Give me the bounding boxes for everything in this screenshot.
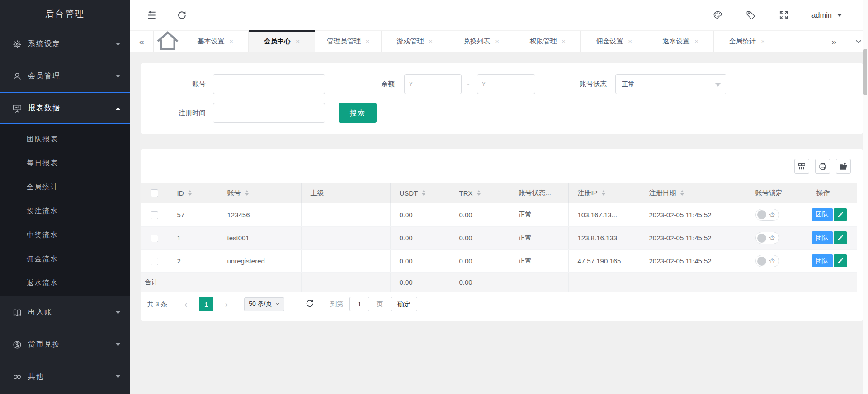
sidebar-subitem-2[interactable]: 全局统计 <box>0 175 130 199</box>
user-menu[interactable]: admin <box>811 11 842 19</box>
team-button[interactable]: 团队 <box>812 231 833 244</box>
tab-close-icon[interactable]: × <box>761 38 764 45</box>
row-checkbox[interactable] <box>151 235 158 242</box>
column-header-ip[interactable]: 注册IP <box>568 183 640 203</box>
cell-usdt: 0.00 <box>390 249 450 272</box>
select-caret-icon <box>715 83 721 87</box>
sidebar-item-5[interactable]: 其他 <box>0 361 130 393</box>
sidebar-subitem-4[interactable]: 中奖流水 <box>0 223 130 247</box>
sidebar-item-0[interactable]: 系统设定 <box>0 28 130 60</box>
lock-toggle[interactable]: 否 <box>755 255 780 267</box>
cell-account: test001 <box>218 226 301 249</box>
tab-close-icon[interactable]: × <box>561 38 565 45</box>
goto-page-input[interactable] <box>349 297 369 311</box>
tab-close-icon[interactable]: × <box>694 38 698 45</box>
tab-close-icon[interactable]: × <box>429 38 432 45</box>
tab-1[interactable]: 会员中心× <box>249 31 315 52</box>
edit-button[interactable] <box>834 254 847 267</box>
table-toolbar <box>794 159 851 174</box>
print-icon[interactable] <box>815 159 830 174</box>
sort-icon[interactable] <box>477 190 481 196</box>
refresh-page-icon[interactable] <box>177 10 187 20</box>
select-all-checkbox[interactable] <box>151 189 158 197</box>
sidebar-subitem-6[interactable]: 返水流水 <box>0 271 130 295</box>
sidebar-subitem-1[interactable]: 每日报表 <box>0 151 130 175</box>
tab-3[interactable]: 游戏管理× <box>382 31 448 52</box>
tab-5[interactable]: 权限管理× <box>514 31 581 52</box>
column-header-date[interactable]: 注册日期 <box>640 183 746 203</box>
sidebar-subitem-3[interactable]: 投注流水 <box>0 199 130 223</box>
sort-icon[interactable] <box>602 190 605 196</box>
account-input[interactable] <box>213 74 325 94</box>
tab-4[interactable]: 兑换列表× <box>448 31 514 52</box>
sidebar-item-4[interactable]: 货币兑换 <box>0 328 130 361</box>
page-number-button[interactable]: 1 <box>199 297 213 311</box>
tabs-scroll-right-button[interactable]: » <box>819 31 849 52</box>
edit-button[interactable] <box>834 208 847 221</box>
tab-7[interactable]: 返水设置× <box>647 31 714 52</box>
tag-icon[interactable] <box>745 10 756 20</box>
tab-6[interactable]: 佣金设置× <box>581 31 647 52</box>
scrollbar-thumb[interactable] <box>863 49 867 95</box>
sort-icon[interactable] <box>422 190 425 196</box>
export-icon[interactable] <box>836 159 851 174</box>
row-checkbox[interactable] <box>151 211 158 219</box>
balance-max-input[interactable] <box>488 80 530 88</box>
column-header-content: USDT <box>400 189 426 197</box>
cell-trx: 0.00 <box>450 203 509 226</box>
main-area: admin « 基本设置×会员中心×管理员管理×游戏管理×兑换列表×权限管理×佣… <box>130 0 868 394</box>
status-select[interactable]: 正常 <box>615 74 726 94</box>
column-header-usdt[interactable]: USDT <box>390 183 450 203</box>
sidebar-item-2[interactable]: 报表数据 <box>0 92 130 124</box>
balance-min-input[interactable] <box>415 80 457 88</box>
prev-page-icon[interactable]: ‹ <box>179 299 193 310</box>
column-header-id[interactable]: ID <box>168 183 218 203</box>
regtime-input[interactable] <box>213 103 325 123</box>
cell-id: 2 <box>168 249 218 272</box>
theme-palette-icon[interactable] <box>712 10 723 20</box>
column-header-account[interactable]: 账号 <box>218 183 301 203</box>
sort-icon[interactable] <box>188 190 192 196</box>
table-row-1: 1test0010.000.00正常123.8.16.1332023-02-05… <box>141 226 857 249</box>
tab-close-icon[interactable]: × <box>229 38 233 45</box>
tab-close-icon[interactable]: × <box>296 38 299 45</box>
cell-actions: 团队 <box>807 249 857 272</box>
tab-close-icon[interactable]: × <box>628 38 632 45</box>
tab-0[interactable]: 基本设置× <box>182 31 249 52</box>
content: 账号 余额 ¥ - ¥ 账号状态 正常 注册时间 <box>130 52 868 394</box>
next-page-icon[interactable]: › <box>220 299 233 310</box>
sidebar-item-3[interactable]: 出入账 <box>0 296 130 328</box>
confirm-button[interactable]: 确定 <box>391 297 417 311</box>
column-header-locked: 账号锁定 <box>746 183 807 203</box>
page-size-select[interactable]: 50 条/页 <box>244 297 284 311</box>
refresh-table-icon[interactable] <box>305 299 315 310</box>
sidebar-subitem-5[interactable]: 佣金流水 <box>0 247 130 271</box>
sort-icon[interactable] <box>245 190 249 196</box>
columns-icon[interactable] <box>794 159 809 174</box>
tab-8[interactable]: 全局统计× <box>714 31 780 52</box>
tab-2[interactable]: 管理员管理× <box>315 31 382 52</box>
row-checkbox[interactable] <box>151 258 158 265</box>
sidebar-item-1[interactable]: 会员管理 <box>0 60 130 92</box>
lock-toggle[interactable]: 否 <box>755 232 780 244</box>
tab-close-icon[interactable]: × <box>495 38 499 45</box>
edit-button[interactable] <box>834 231 847 244</box>
sort-icon[interactable] <box>680 190 684 196</box>
table-panel: ID账号上级USDTTRX账号状态...注册IP注册日期账号锁定操作 57123… <box>141 149 863 321</box>
sidebar-subitem-0[interactable]: 团队报表 <box>0 127 130 151</box>
tabs-scroll-left-button[interactable]: « <box>130 31 154 52</box>
lock-toggle[interactable]: 否 <box>755 209 780 221</box>
team-button[interactable]: 团队 <box>812 254 833 267</box>
team-button[interactable]: 团队 <box>812 208 833 221</box>
tab-close-icon[interactable]: × <box>366 38 369 45</box>
pagination: 共 3 条 ‹ 1 › 50 条/页 到第 页 确定 <box>147 291 417 317</box>
column-header-trx[interactable]: TRX <box>450 183 509 203</box>
fullscreen-icon[interactable] <box>778 10 789 20</box>
table-header-row: ID账号上级USDTTRX账号状态...注册IP注册日期账号锁定操作 <box>141 183 857 203</box>
column-label: 账号状态... <box>519 189 552 197</box>
home-tab-button[interactable] <box>154 31 182 52</box>
cell-usdt: 0.00 <box>390 226 450 249</box>
collapse-sidebar-icon[interactable] <box>146 10 157 20</box>
link-icon <box>12 372 22 382</box>
search-button[interactable]: 搜索 <box>339 103 377 123</box>
